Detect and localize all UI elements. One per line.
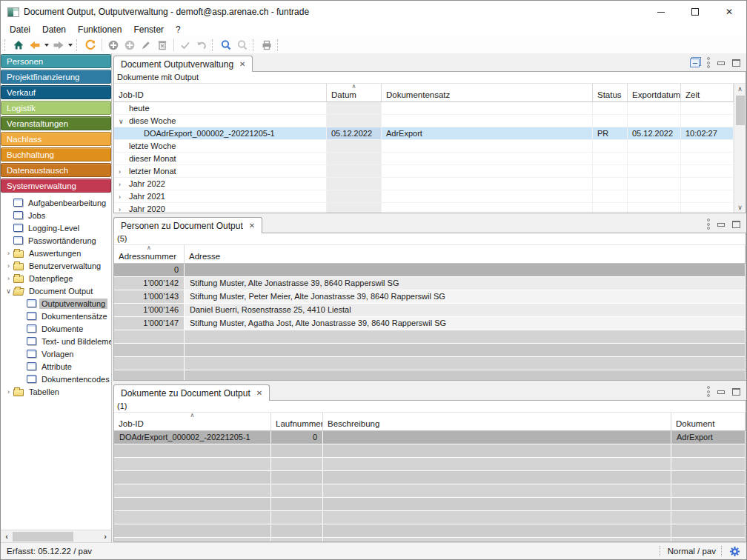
menu-funktionen[interactable]: Funktionen xyxy=(72,24,127,35)
panel-menu-icon[interactable] xyxy=(707,386,710,397)
delete-icon[interactable] xyxy=(155,38,170,53)
menu-help[interactable]: ? xyxy=(170,24,187,35)
sidebar-section-veranstaltungen[interactable]: Veranstaltungen xyxy=(1,116,111,130)
tree-item-vorlagen[interactable]: Vorlagen xyxy=(1,347,111,360)
panel-minimize-icon[interactable] xyxy=(717,390,725,394)
group-row[interactable]: ›Jahr 2020 xyxy=(114,203,734,213)
menu-datei[interactable]: Datei xyxy=(4,24,36,35)
table-row[interactable]: DOAdrExport_000002_-20221205-105.12.2022… xyxy=(114,127,734,140)
group-row[interactable]: ›Jahr 2022 xyxy=(114,178,734,190)
expander-collapsed-icon[interactable]: › xyxy=(119,191,129,202)
panel-minimize-icon[interactable] xyxy=(717,223,725,227)
menu-daten[interactable]: Daten xyxy=(36,24,72,35)
tab-close-icon[interactable]: ✕ xyxy=(239,60,245,68)
panel-maximize-icon[interactable] xyxy=(732,221,740,228)
tab-personen-zu-document-output[interactable]: Personen zu Document Output ✕ xyxy=(113,217,262,233)
column-header-dokumentensatz[interactable]: Dokumentensatz xyxy=(382,84,593,101)
add-icon[interactable] xyxy=(106,38,121,53)
sidebar-section-projektfinanzierung[interactable]: Projektfinanzierung xyxy=(1,70,111,84)
expander-collapsed-icon[interactable]: › xyxy=(119,204,129,213)
table-row[interactable]: 1’000’147Stiftung Muster, Agatha Jost, A… xyxy=(114,317,746,330)
sidebar-section-logistik[interactable]: Logistik xyxy=(1,101,111,115)
tab-close-icon[interactable]: ✕ xyxy=(256,389,262,397)
column-header-dokument[interactable]: Dokument xyxy=(671,413,746,430)
minimize-button[interactable] xyxy=(644,1,678,23)
search-icon[interactable] xyxy=(219,38,233,53)
column-header-job-id[interactable]: ∧Job-ID xyxy=(114,413,271,430)
sidebar-section-datenaustausch[interactable]: Datenaustausch xyxy=(1,163,111,177)
collapse-all-icon[interactable] xyxy=(690,59,700,67)
scrollbar-thumb[interactable] xyxy=(736,96,745,125)
column-header-exportdatum[interactable]: Exportdatum xyxy=(628,84,681,101)
tab-document-outputverwaltung[interactable]: Document Outputverwaltung ✕ xyxy=(113,56,253,72)
group-row[interactable]: letzte Woche xyxy=(114,140,734,153)
confirm-icon[interactable] xyxy=(178,38,193,53)
panel1-vertical-scrollbar[interactable]: ∧ ∨ xyxy=(734,84,746,213)
expander-collapsed-icon[interactable]: › xyxy=(4,275,13,282)
close-button[interactable]: ✕ xyxy=(712,1,746,23)
column-header-datum[interactable]: ∧Datum xyxy=(327,84,382,101)
sidebar-section-nachlass[interactable]: Nachlass xyxy=(1,132,111,146)
tree-item-auswertungen[interactable]: ›Auswertungen xyxy=(1,247,111,259)
back-dropdown-icon[interactable] xyxy=(44,44,49,47)
tree-item-attribute[interactable]: Attribute xyxy=(1,360,111,373)
group-row[interactable]: ∨diese Woche xyxy=(114,115,734,127)
menu-fenster[interactable]: Fenster xyxy=(127,24,170,35)
tab-close-icon[interactable]: ✕ xyxy=(249,221,255,230)
column-header-adressnummer[interactable]: ∧Adressnummer xyxy=(114,245,185,263)
tree-item-benutzerverwaltung[interactable]: ›Benutzerverwaltung xyxy=(1,259,111,272)
edit-icon[interactable] xyxy=(139,38,153,53)
sidebar-horizontal-scrollbar[interactable]: ‹ › xyxy=(1,530,111,542)
maximize-button[interactable] xyxy=(678,1,712,23)
tree-item-datenpflege[interactable]: ›Datenpflege xyxy=(1,272,111,284)
panel-maximize-icon[interactable] xyxy=(732,59,740,67)
group-row[interactable]: ›letzter Monat xyxy=(114,165,734,178)
expander-collapsed-icon[interactable]: › xyxy=(119,166,129,177)
settings-gear-icon[interactable] xyxy=(729,546,740,557)
tree-item-dokumentens-tze[interactable]: Dokumentensätze xyxy=(1,310,111,322)
scroll-down-icon[interactable]: ∨ xyxy=(737,202,743,213)
sidebar-section-buchhaltung[interactable]: Buchhaltung xyxy=(1,147,111,161)
tree-item-logging-level[interactable]: Logging-Level xyxy=(1,221,111,234)
print-icon[interactable] xyxy=(259,38,274,53)
table-row[interactable]: 0 xyxy=(114,264,746,277)
panel-maximize-icon[interactable] xyxy=(732,388,740,396)
panel-menu-icon[interactable] xyxy=(707,219,710,230)
add-copy-icon[interactable] xyxy=(122,38,137,53)
tree-item-outputverwaltung[interactable]: Outputverwaltung xyxy=(1,297,111,310)
expander-expanded-icon[interactable]: ∨ xyxy=(119,116,129,127)
column-header-beschreibung[interactable]: Beschreibung xyxy=(323,413,671,430)
expander-expanded-icon[interactable]: ∨ xyxy=(4,287,13,295)
expander-collapsed-icon[interactable]: › xyxy=(4,262,13,270)
column-header-adresse[interactable]: Adresse xyxy=(185,245,746,263)
scroll-up-icon[interactable]: ∧ xyxy=(737,84,743,94)
group-row[interactable]: heute xyxy=(114,102,734,115)
refresh-icon[interactable] xyxy=(83,38,98,53)
panel-minimize-icon[interactable] xyxy=(717,61,725,65)
tree-item-aufgabenbearbeitung[interactable]: Aufgabenbearbeitung xyxy=(1,196,111,209)
forward-icon[interactable] xyxy=(51,38,66,53)
sidebar-section-personen[interactable]: Personen xyxy=(1,54,111,68)
group-row[interactable]: dieser Monat xyxy=(114,153,734,165)
column-header-status[interactable]: Status xyxy=(593,84,628,101)
scrollbar-thumb[interactable] xyxy=(13,532,73,541)
table-row[interactable]: DOAdrExport_000002_-20221205-10AdrExport xyxy=(114,431,746,444)
tree-item-tabellen[interactable]: ›Tabellen xyxy=(1,385,111,398)
sidebar-section-systemverwaltung[interactable]: Systemverwaltung xyxy=(1,179,111,193)
table-row[interactable]: 1’000’146Daniel Buerri, Rosenstrasse 25,… xyxy=(114,304,746,317)
group-row[interactable]: ›Jahr 2021 xyxy=(114,190,734,203)
column-header-job-id[interactable]: Job-ID xyxy=(114,84,327,101)
scroll-left-icon[interactable]: ‹ xyxy=(1,533,13,541)
panel-menu-icon[interactable] xyxy=(707,57,710,68)
home-icon[interactable] xyxy=(11,38,26,53)
expander-collapsed-icon[interactable]: › xyxy=(4,250,13,257)
tab-dokumente-zu-document-output[interactable]: Dokumente zu Document Output ✕ xyxy=(113,384,270,401)
tree-item-text-und-bildeleme[interactable]: Text- und Bildeleme xyxy=(1,335,111,347)
search-secondary-icon[interactable] xyxy=(235,38,250,53)
undo-icon[interactable] xyxy=(194,38,209,53)
tree-item-dokumentencodes[interactable]: Dokumentencodes xyxy=(1,373,111,385)
table-row[interactable]: 1’000’143Stiftung Muster, Peter Meier, A… xyxy=(114,290,746,304)
column-header-zeit[interactable]: Zeit xyxy=(681,84,734,101)
scroll-right-icon[interactable]: › xyxy=(99,533,111,541)
tree-item-jobs[interactable]: Jobs xyxy=(1,209,111,221)
